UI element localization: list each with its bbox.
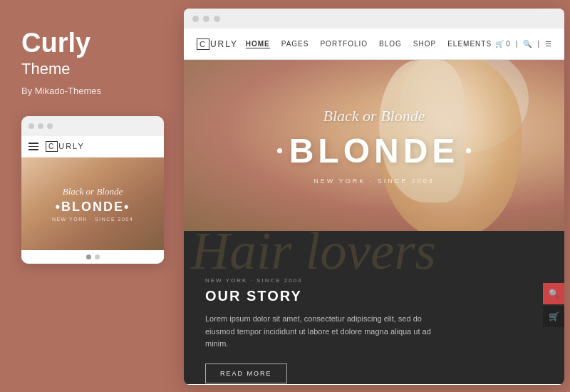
hero-content: Black or Blonde BLONDE NEW YORK · SINCE …: [184, 60, 564, 231]
read-more-button[interactable]: READ MORE: [205, 363, 287, 383]
hero-main-row: BLONDE: [277, 131, 472, 170]
floating-search-button[interactable]: 🔍: [543, 283, 564, 304]
desktop-logo-box: C: [197, 38, 209, 50]
brand-subtitle: Theme: [21, 60, 155, 78]
pagination-dot-1: [86, 254, 91, 259]
mobile-preview: CURLY Black or Blonde •BLONDE• NEW YORK …: [21, 116, 164, 264]
separator: |: [516, 40, 518, 48]
floating-cart-icon: 🛒: [549, 311, 559, 322]
pagination-dot-2: [95, 254, 100, 259]
dark-title: OUR STORY: [205, 288, 543, 304]
brand-author: By Mikado-Themes: [21, 86, 155, 96]
nav-link-home[interactable]: HOME: [246, 40, 270, 48]
separator2: |: [537, 40, 539, 48]
desktop-dark-section: Hair lovers NEW YORK · SINCE 2004 OUR ST…: [184, 231, 564, 384]
mobile-logo-box: C: [46, 141, 58, 152]
desktop-site-nav: CURLY HOME PAGES PORTFOLIO BLOG SHOP ELE…: [184, 29, 564, 60]
floating-search-icon: 🔍: [549, 289, 559, 299]
mobile-dot-1: [28, 123, 34, 129]
desktop-dot-3: [214, 16, 220, 22]
hero-bullet-right: [466, 148, 471, 153]
desktop-nav-icons: 🛒 0 | 🔍 | ☰: [495, 40, 551, 48]
floating-cart-button[interactable]: 🛒: [543, 306, 564, 327]
desktop-dot-1: [192, 16, 199, 22]
hamburger-icon[interactable]: [28, 143, 38, 150]
mobile-hero-main: •BLONDE•: [56, 200, 130, 215]
mobile-hero-sub: NEW YORK · SINCE 2004: [52, 217, 133, 222]
mobile-dot-3: [47, 123, 53, 129]
mobile-pagination: [21, 250, 164, 264]
desktop-site-logo: CURLY: [197, 38, 238, 50]
search-icon[interactable]: 🔍: [523, 40, 532, 48]
mobile-hero: Black or Blonde •BLONDE• NEW YORK · SINC…: [21, 158, 164, 250]
mobile-dot-2: [38, 123, 43, 129]
mobile-logo: CURLY: [46, 141, 85, 152]
menu-icon[interactable]: ☰: [545, 40, 551, 48]
nav-link-elements[interactable]: ELEMENTS: [447, 40, 492, 48]
nav-link-pages[interactable]: PAGES: [281, 40, 309, 48]
cart-icon[interactable]: 🛒 0: [495, 40, 509, 48]
mobile-topbar: [21, 116, 164, 136]
dark-body-text: Lorem ipsum dolor sit amet, consectetur …: [205, 313, 447, 351]
nav-link-portfolio[interactable]: PORTFOLIO: [320, 40, 368, 48]
dark-eyebrow: NEW YORK · SINCE 2004: [205, 277, 543, 284]
dark-content: NEW YORK · SINCE 2004 OUR STORY Lorem ip…: [205, 249, 543, 383]
hero-script-text: Black or Blonde: [323, 107, 425, 125]
hero-main-text: BLONDE: [289, 131, 460, 170]
mobile-hero-script: Black or Blonde: [63, 186, 123, 197]
desktop-topbar: [184, 9, 564, 29]
floating-icons: 🔍 🛒: [543, 283, 564, 327]
hero-bullet-left: [277, 148, 282, 153]
brand-name: Curly: [21, 29, 155, 58]
nav-link-blog[interactable]: BLOG: [379, 40, 402, 48]
left-panel: Curly Theme By Mikado-Themes CURLY Black…: [0, 0, 177, 392]
hero-sub-text: NEW YORK · SINCE 2004: [314, 177, 434, 185]
desktop-hero: Black or Blonde BLONDE NEW YORK · SINCE …: [184, 60, 564, 231]
mobile-nav-bar: CURLY: [21, 136, 164, 158]
nav-link-shop[interactable]: SHOP: [413, 40, 436, 48]
desktop-nav-links: HOME PAGES PORTFOLIO BLOG SHOP ELEMENTS: [246, 40, 492, 48]
desktop-preview: CURLY HOME PAGES PORTFOLIO BLOG SHOP ELE…: [184, 9, 564, 385]
desktop-dot-2: [203, 16, 209, 22]
